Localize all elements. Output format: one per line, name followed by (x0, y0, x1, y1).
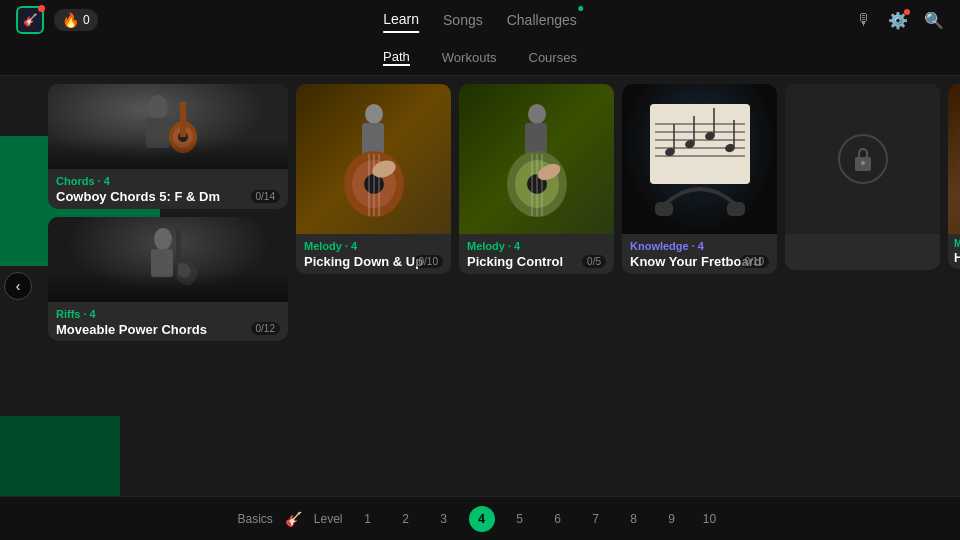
card-category: Chords · 4 (56, 175, 280, 187)
nav-songs[interactable]: Songs (443, 8, 483, 32)
lock-icon (838, 134, 888, 184)
search-icon[interactable]: 🔍 (924, 11, 944, 30)
logo-icon[interactable]: 🎸 (16, 6, 44, 34)
main-nav: Learn Songs Challenges (383, 7, 577, 33)
card-img-area-3 (296, 84, 451, 234)
card-cat-7: Melody · 5 (954, 238, 960, 249)
card-info-3: Melody · 4 Picking Down & Up 0/10 (296, 234, 451, 274)
header-right: 🎙 ⚙️ 🔍 (856, 11, 944, 30)
svg-point-9 (365, 104, 383, 124)
sub-nav: Path Workouts Courses (0, 40, 960, 76)
picking-down-illustration (324, 94, 424, 224)
card-info-5: Knowledge · 4 Know Your Fretboard 0/10 (622, 234, 777, 274)
svg-point-18 (528, 104, 546, 124)
card-locked[interactable] (785, 84, 940, 270)
card-img-area-5 (622, 84, 777, 234)
tuner-icon[interactable]: 🎸 (285, 511, 302, 527)
fretboard-illustration (645, 94, 755, 224)
level-1[interactable]: 1 (355, 506, 381, 532)
level-9[interactable]: 9 (659, 506, 685, 532)
streak-badge: 🔥 0 (54, 9, 98, 31)
progress-badge-4: 0/5 (582, 255, 606, 268)
microphone-icon[interactable]: 🎙 (856, 11, 872, 29)
subnav-workouts[interactable]: Workouts (442, 50, 497, 65)
card-cowboy-chords[interactable]: Chords · 4 Cowboy Chords 5: F & Dm 0/14 (48, 84, 288, 209)
card-title: Cowboy Chords 5: F & Dm (56, 189, 280, 205)
main-content: ‹ (0, 76, 960, 496)
basics-label: Basics (237, 512, 272, 526)
card-title-2: Moveable Power Chords (56, 322, 280, 338)
level-3[interactable]: 3 (431, 506, 457, 532)
card-cat-4: Melody · 4 (467, 240, 606, 252)
level-4[interactable]: 4 (469, 506, 495, 532)
card-picking-down[interactable]: Melody · 4 Picking Down & Up 0/10 (296, 84, 451, 274)
level-5[interactable]: 5 (507, 506, 533, 532)
progress-badge-2: 0/12 (251, 322, 280, 335)
flame-icon: 🔥 (62, 12, 79, 28)
streak-count: 0 (83, 13, 90, 27)
nav-challenges[interactable]: Challenges (507, 8, 577, 32)
svg-rect-27 (650, 104, 750, 184)
subnav-courses[interactable]: Courses (529, 50, 577, 65)
card-img-area-7 (948, 84, 960, 234)
card-cat-3: Melody · 4 (304, 240, 443, 252)
svg-point-0 (148, 95, 168, 119)
card-category-2: Riffs · 4 (56, 308, 280, 320)
svg-rect-42 (727, 202, 745, 216)
card-fretboard[interactable]: Knowledge · 4 Know Your Fretboard 0/10 (622, 84, 777, 274)
level-6[interactable]: 6 (545, 506, 571, 532)
card-cat-5: Knowledge · 4 (630, 240, 769, 252)
picking-control-illustration (487, 94, 587, 224)
progress-badge-3: 0/10 (414, 255, 443, 268)
card-title-7: Hammer & (954, 251, 960, 265)
svg-point-44 (861, 161, 865, 165)
settings-icon[interactable]: ⚙️ (888, 11, 908, 30)
card-power-chords[interactable]: Riffs · 4 Moveable Power Chords 0/12 (48, 217, 288, 342)
cards-container: Chords · 4 Cowboy Chords 5: F & Dm 0/14 (0, 76, 960, 496)
svg-rect-41 (655, 202, 673, 216)
card-picking-control[interactable]: Melody · 4 Picking Control 0/5 (459, 84, 614, 274)
svg-rect-5 (180, 102, 186, 137)
card-overlay (48, 139, 288, 169)
card-info-4: Melody · 4 Picking Control 0/5 (459, 234, 614, 274)
card-info-locked (785, 234, 940, 270)
level-2[interactable]: 2 (393, 506, 419, 532)
card-info-cowboy: Chords · 4 Cowboy Chords 5: F & Dm 0/14 (48, 169, 288, 209)
scroll-left-arrow[interactable]: ‹ (4, 272, 32, 300)
card-info-7: Melody · 5 Hammer & (948, 234, 960, 269)
svg-point-6 (154, 228, 172, 250)
level-label: Level (314, 512, 343, 526)
header-left: 🎸 🔥 0 (16, 6, 98, 34)
progress-badge-5: 0/10 (740, 255, 769, 268)
header: 🎸 🔥 0 Learn Songs Challenges 🎙 ⚙️ 🔍 (0, 0, 960, 40)
bottom-nav: Basics 🎸 Level 1 2 3 4 5 6 7 8 9 10 (0, 496, 960, 540)
subnav-path[interactable]: Path (383, 49, 410, 66)
level-7[interactable]: 7 (583, 506, 609, 532)
nav-learn[interactable]: Learn (383, 7, 419, 33)
level-8[interactable]: 8 (621, 506, 647, 532)
left-column: Chords · 4 Cowboy Chords 5: F & Dm 0/14 (48, 84, 288, 341)
progress-badge: 0/14 (251, 190, 280, 203)
card-img-area-locked (785, 84, 940, 234)
level-10[interactable]: 10 (697, 506, 723, 532)
card-hammer-partial[interactable]: Melody · 5 Hammer & (948, 84, 960, 269)
card-info-power: Riffs · 4 Moveable Power Chords 0/12 (48, 302, 288, 342)
svg-rect-8 (176, 229, 181, 261)
card-img-area-4 (459, 84, 614, 234)
card-overlay-2 (48, 272, 288, 302)
